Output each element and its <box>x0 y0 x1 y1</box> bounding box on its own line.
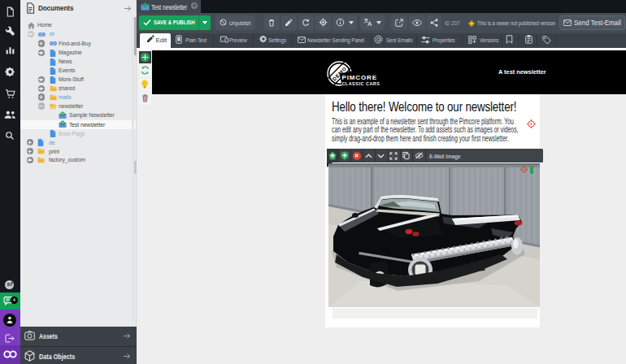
svg-text:PIMCORE: PIMCORE <box>341 74 377 81</box>
svg-text:CLASSIC CARS: CLASSIC CARS <box>341 81 380 86</box>
